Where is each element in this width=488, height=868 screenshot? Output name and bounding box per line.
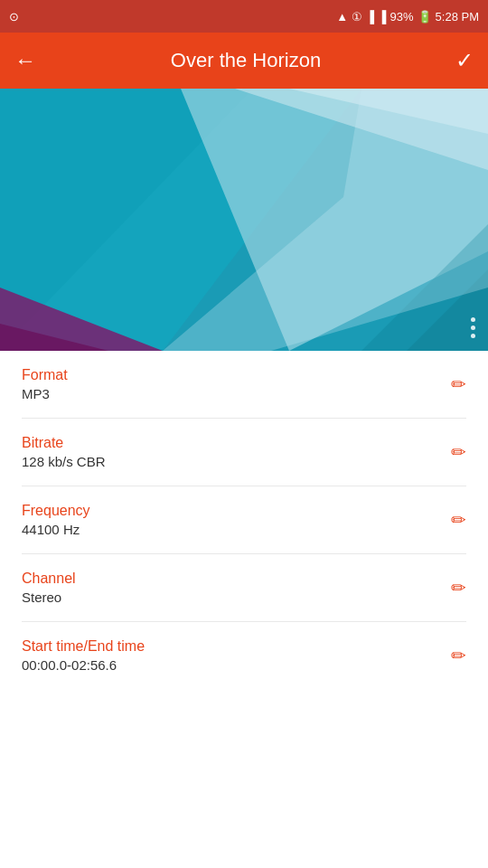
property-item-bitrate: Bitrate 128 kb/s CBR ✏ (22, 419, 466, 486)
property-label-format: Format (22, 367, 436, 383)
status-bar-right: ▲ ① ▐ ▐ 93% 🔋 5:28 PM (336, 10, 479, 24)
property-info-frequency: Frequency 44100 Hz (22, 503, 436, 537)
time: 5:28 PM (436, 10, 479, 24)
property-label-channel: Channel (22, 571, 436, 587)
battery-icon: 🔋 (418, 10, 432, 24)
property-item-time-range: Start time/End time 00:00.0-02:56.6 ✏ (22, 622, 466, 689)
status-bar-left: ⊙ (9, 10, 19, 24)
album-art (0, 89, 488, 351)
properties-list: Format MP3 ✏ Bitrate 128 kb/s CBR ✏ Freq… (0, 351, 488, 689)
wifi-icon: ▲ (336, 10, 348, 24)
property-value-format: MP3 (22, 386, 436, 401)
property-label-time-range: Start time/End time (22, 638, 436, 655)
property-info-time-range: Start time/End time 00:00.0-02:56.6 (22, 638, 436, 673)
album-art-svg (0, 89, 488, 351)
dot2 (471, 326, 475, 330)
back-button[interactable]: ← (14, 48, 36, 73)
property-item-frequency: Frequency 44100 Hz ✏ (22, 486, 466, 554)
edit-frequency-button[interactable]: ✏ (436, 505, 466, 534)
status-bar: ⊙ ▲ ① ▐ ▐ 93% 🔋 5:28 PM (0, 0, 488, 33)
more-options-button[interactable] (471, 317, 475, 338)
property-label-frequency: Frequency (22, 503, 436, 519)
property-info-bitrate: Bitrate 128 kb/s CBR (22, 435, 436, 469)
wechat-icon: ⊙ (9, 10, 19, 24)
signal2-icon: ▐ (378, 10, 386, 24)
signal1-icon: ▐ (366, 10, 374, 24)
edit-time-range-button[interactable]: ✏ (436, 641, 466, 670)
confirm-button[interactable]: ✓ (455, 48, 474, 73)
edit-format-button[interactable]: ✏ (436, 370, 466, 399)
dot3 (471, 334, 475, 338)
sim1-icon: ① (352, 10, 362, 24)
property-value-channel: Stereo (22, 590, 436, 605)
edit-bitrate-button[interactable]: ✏ (436, 438, 466, 467)
property-value-frequency: 44100 Hz (22, 522, 436, 537)
property-info-channel: Channel Stereo (22, 571, 436, 605)
battery-percentage: 93% (390, 10, 414, 24)
property-item-format: Format MP3 ✏ (22, 351, 466, 419)
property-value-time-range: 00:00.0-02:56.6 (22, 657, 436, 673)
dot1 (471, 317, 475, 322)
app-bar: ← Over the Horizon ✓ (0, 33, 488, 89)
edit-channel-button[interactable]: ✏ (436, 573, 466, 602)
property-value-bitrate: 128 kb/s CBR (22, 454, 436, 469)
property-label-bitrate: Bitrate (22, 435, 436, 451)
page-title: Over the Horizon (36, 49, 455, 72)
property-item-channel: Channel Stereo ✏ (22, 554, 466, 622)
property-info-format: Format MP3 (22, 367, 436, 401)
